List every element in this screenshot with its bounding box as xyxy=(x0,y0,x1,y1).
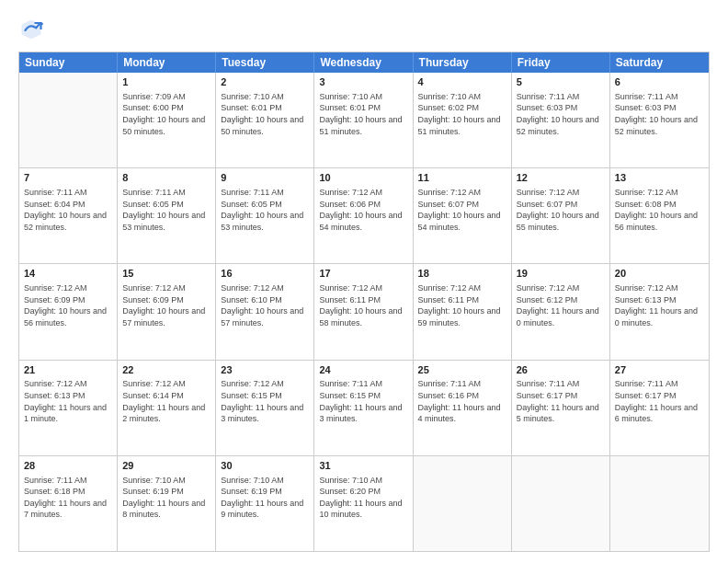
calendar-body: 1Sunrise: 7:09 AMSunset: 6:00 PMDaylight… xyxy=(19,73,709,551)
calendar-day-16: 16Sunrise: 7:12 AMSunset: 6:10 PMDayligh… xyxy=(216,264,314,359)
day-number: 25 xyxy=(418,363,506,377)
page-header xyxy=(18,17,710,42)
day-info: Sunrise: 7:11 AMSunset: 6:05 PMDaylight:… xyxy=(122,187,210,233)
calendar-day-4: 4Sunrise: 7:10 AMSunset: 6:02 PMDaylight… xyxy=(414,73,512,167)
day-info: Sunrise: 7:12 AMSunset: 6:08 PMDaylight:… xyxy=(615,187,704,233)
day-info: Sunrise: 7:10 AMSunset: 6:02 PMDaylight:… xyxy=(418,91,506,137)
day-info: Sunrise: 7:10 AMSunset: 6:19 PMDaylight:… xyxy=(221,475,309,521)
day-info: Sunrise: 7:12 AMSunset: 6:12 PMDaylight:… xyxy=(517,282,605,328)
day-number: 11 xyxy=(418,171,506,185)
calendar-day-27: 27Sunrise: 7:11 AMSunset: 6:17 PMDayligh… xyxy=(610,361,709,455)
day-info: Sunrise: 7:12 AMSunset: 6:09 PMDaylight:… xyxy=(24,282,112,328)
calendar-day-25: 25Sunrise: 7:11 AMSunset: 6:16 PMDayligh… xyxy=(414,361,512,455)
day-info: Sunrise: 7:12 AMSunset: 6:10 PMDaylight:… xyxy=(221,282,309,328)
calendar-day-14: 14Sunrise: 7:12 AMSunset: 6:09 PMDayligh… xyxy=(19,264,118,359)
calendar-day-17: 17Sunrise: 7:12 AMSunset: 6:11 PMDayligh… xyxy=(314,264,413,359)
day-number: 30 xyxy=(221,459,309,473)
day-number: 18 xyxy=(418,267,506,281)
day-info: Sunrise: 7:12 AMSunset: 6:14 PMDaylight:… xyxy=(122,378,210,424)
calendar-day-12: 12Sunrise: 7:12 AMSunset: 6:07 PMDayligh… xyxy=(512,168,610,263)
day-number: 31 xyxy=(319,459,407,473)
day-info: Sunrise: 7:10 AMSunset: 6:01 PMDaylight:… xyxy=(221,91,309,137)
day-number: 22 xyxy=(122,363,210,377)
calendar-day-5: 5Sunrise: 7:11 AMSunset: 6:03 PMDaylight… xyxy=(512,73,610,167)
day-number: 29 xyxy=(122,459,210,473)
day-number: 20 xyxy=(615,267,704,281)
calendar-day-21: 21Sunrise: 7:12 AMSunset: 6:13 PMDayligh… xyxy=(19,361,118,455)
calendar-empty-cell xyxy=(512,456,610,551)
day-info: Sunrise: 7:12 AMSunset: 6:11 PMDaylight:… xyxy=(418,282,506,328)
day-number: 24 xyxy=(319,363,407,377)
day-info: Sunrise: 7:11 AMSunset: 6:17 PMDaylight:… xyxy=(615,378,704,424)
day-info: Sunrise: 7:11 AMSunset: 6:17 PMDaylight:… xyxy=(517,378,605,424)
day-info: Sunrise: 7:12 AMSunset: 6:07 PMDaylight:… xyxy=(418,187,506,233)
day-number: 14 xyxy=(24,267,112,281)
day-info: Sunrise: 7:10 AMSunset: 6:01 PMDaylight:… xyxy=(319,91,407,137)
day-info: Sunrise: 7:11 AMSunset: 6:04 PMDaylight:… xyxy=(24,187,112,233)
calendar-week-4: 21Sunrise: 7:12 AMSunset: 6:13 PMDayligh… xyxy=(19,361,709,456)
day-info: Sunrise: 7:11 AMSunset: 6:03 PMDaylight:… xyxy=(615,91,704,137)
calendar-day-18: 18Sunrise: 7:12 AMSunset: 6:11 PMDayligh… xyxy=(414,264,512,359)
day-info: Sunrise: 7:11 AMSunset: 6:18 PMDaylight:… xyxy=(24,475,112,521)
calendar-day-31: 31Sunrise: 7:10 AMSunset: 6:20 PMDayligh… xyxy=(314,456,413,551)
calendar-day-23: 23Sunrise: 7:12 AMSunset: 6:15 PMDayligh… xyxy=(216,361,314,455)
logo xyxy=(18,17,48,42)
day-info: Sunrise: 7:12 AMSunset: 6:13 PMDaylight:… xyxy=(615,282,704,328)
day-number: 21 xyxy=(24,363,112,377)
day-number: 17 xyxy=(319,267,407,281)
day-number: 15 xyxy=(122,267,210,281)
header-day-sunday: Sunday xyxy=(19,52,118,73)
calendar-day-13: 13Sunrise: 7:12 AMSunset: 6:08 PMDayligh… xyxy=(610,168,709,263)
day-number: 5 xyxy=(517,75,605,89)
calendar-day-26: 26Sunrise: 7:11 AMSunset: 6:17 PMDayligh… xyxy=(512,361,610,455)
header-day-monday: Monday xyxy=(118,52,216,73)
calendar: SundayMondayTuesdayWednesdayThursdayFrid… xyxy=(18,52,710,552)
calendar-week-3: 14Sunrise: 7:12 AMSunset: 6:09 PMDayligh… xyxy=(19,264,709,360)
header-day-friday: Friday xyxy=(512,52,610,73)
day-number: 4 xyxy=(418,75,506,89)
day-number: 2 xyxy=(221,75,309,89)
calendar-day-9: 9Sunrise: 7:11 AMSunset: 6:05 PMDaylight… xyxy=(216,168,314,263)
header-day-thursday: Thursday xyxy=(414,52,512,73)
day-number: 13 xyxy=(615,171,704,185)
day-info: Sunrise: 7:11 AMSunset: 6:15 PMDaylight:… xyxy=(319,378,407,424)
day-info: Sunrise: 7:12 AMSunset: 6:07 PMDaylight:… xyxy=(517,187,605,233)
header-day-wednesday: Wednesday xyxy=(314,52,413,73)
calendar-day-2: 2Sunrise: 7:10 AMSunset: 6:01 PMDaylight… xyxy=(216,73,314,167)
day-info: Sunrise: 7:12 AMSunset: 6:09 PMDaylight:… xyxy=(122,282,210,328)
day-info: Sunrise: 7:11 AMSunset: 6:03 PMDaylight:… xyxy=(517,91,605,137)
calendar-day-10: 10Sunrise: 7:12 AMSunset: 6:06 PMDayligh… xyxy=(314,168,413,263)
calendar-page: SundayMondayTuesdayWednesdayThursdayFrid… xyxy=(0,0,728,563)
calendar-empty-cell xyxy=(19,73,118,167)
day-number: 8 xyxy=(122,171,210,185)
calendar-day-1: 1Sunrise: 7:09 AMSunset: 6:00 PMDaylight… xyxy=(118,73,216,167)
calendar-day-19: 19Sunrise: 7:12 AMSunset: 6:12 PMDayligh… xyxy=(512,264,610,359)
day-number: 12 xyxy=(517,171,605,185)
day-number: 26 xyxy=(517,363,605,377)
calendar-day-8: 8Sunrise: 7:11 AMSunset: 6:05 PMDaylight… xyxy=(118,168,216,263)
calendar-day-6: 6Sunrise: 7:11 AMSunset: 6:03 PMDaylight… xyxy=(610,73,709,167)
calendar-day-3: 3Sunrise: 7:10 AMSunset: 6:01 PMDaylight… xyxy=(314,73,413,167)
day-info: Sunrise: 7:12 AMSunset: 6:11 PMDaylight:… xyxy=(319,282,407,328)
day-number: 28 xyxy=(24,459,112,473)
day-info: Sunrise: 7:09 AMSunset: 6:00 PMDaylight:… xyxy=(122,91,210,137)
day-info: Sunrise: 7:12 AMSunset: 6:13 PMDaylight:… xyxy=(24,378,112,424)
logo-icon xyxy=(18,17,44,42)
day-number: 10 xyxy=(319,171,407,185)
day-number: 9 xyxy=(221,171,309,185)
calendar-week-5: 28Sunrise: 7:11 AMSunset: 6:18 PMDayligh… xyxy=(19,456,709,551)
day-info: Sunrise: 7:10 AMSunset: 6:20 PMDaylight:… xyxy=(319,475,407,521)
calendar-day-22: 22Sunrise: 7:12 AMSunset: 6:14 PMDayligh… xyxy=(118,361,216,455)
day-number: 27 xyxy=(615,363,704,377)
calendar-week-1: 1Sunrise: 7:09 AMSunset: 6:00 PMDaylight… xyxy=(19,73,709,168)
calendar-day-28: 28Sunrise: 7:11 AMSunset: 6:18 PMDayligh… xyxy=(19,456,118,551)
day-info: Sunrise: 7:10 AMSunset: 6:19 PMDaylight:… xyxy=(122,475,210,521)
day-number: 6 xyxy=(615,75,704,89)
calendar-day-7: 7Sunrise: 7:11 AMSunset: 6:04 PMDaylight… xyxy=(19,168,118,263)
calendar-empty-cell xyxy=(610,456,709,551)
calendar-week-2: 7Sunrise: 7:11 AMSunset: 6:04 PMDaylight… xyxy=(19,168,709,264)
day-info: Sunrise: 7:11 AMSunset: 6:05 PMDaylight:… xyxy=(221,187,309,233)
calendar-empty-cell xyxy=(414,456,512,551)
calendar-day-29: 29Sunrise: 7:10 AMSunset: 6:19 PMDayligh… xyxy=(118,456,216,551)
day-number: 1 xyxy=(122,75,210,89)
